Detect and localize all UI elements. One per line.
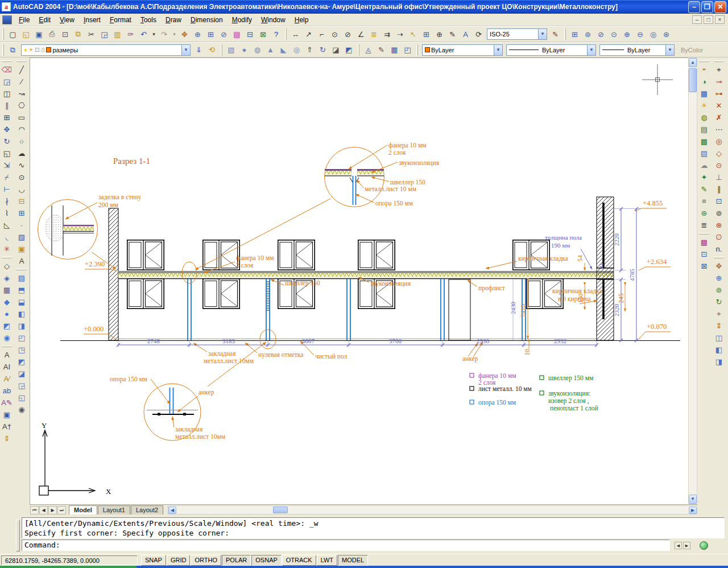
ellipse-icon[interactable]: ⊙ [15,171,28,183]
tolerance-icon[interactable]: ⊞ [420,28,433,40]
dim-baseline-icon[interactable]: ⇉ [380,28,394,40]
solid-interfere-icon[interactable]: ◬ [362,44,375,56]
snap-midpoint-icon[interactable]: ⊶ [713,88,725,100]
polygon-icon[interactable]: ⎔ [15,100,28,112]
center-mark-icon[interactable]: ⊕ [433,28,446,40]
rotate-icon[interactable]: ↻ [1,135,13,147]
osnap-settings-icon[interactable]: n. [713,243,725,255]
multiline-text-icon[interactable]: A [1,349,13,361]
front-view-icon[interactable]: ◰ [15,332,28,344]
menu-item[interactable]: Tools [136,15,161,25]
replay-image-icon[interactable]: ⊡ [698,248,710,260]
quick-dimension-icon[interactable]: ≣ [367,28,380,40]
plot-preview-icon[interactable]: ⊡ [59,28,72,40]
make-object-layer-current-icon[interactable]: ⇓ [192,44,205,56]
offset-icon[interactable]: ∥ [1,100,13,112]
command-prompt-input[interactable]: Command: [22,540,670,551]
fog-icon[interactable]: ☁ [698,159,710,171]
landscape-edit-icon[interactable]: ✎ [698,183,710,195]
shade-hidden-icon[interactable]: ▦ [1,284,13,296]
snap-extension-icon[interactable]: ⋯ [713,124,725,135]
background-icon[interactable]: ▧ [698,147,710,159]
snap-nearest-icon[interactable]: ⊗ [713,219,725,231]
left-view-icon[interactable]: ◧ [15,308,28,320]
status-toggle[interactable]: POLAR [222,555,251,566]
mdi-close-button[interactable]: × [715,15,725,24]
status-toggle[interactable]: GRID [167,555,191,566]
command-scroll-right-icon[interactable]: ▶ [683,542,690,549]
scale-text-icon[interactable]: ⇕ [1,433,13,444]
move-icon[interactable]: ✥ [1,124,13,135]
tab-last-button[interactable]: ⏭ [57,506,66,515]
construction-line-icon[interactable]: ⁄ [15,76,28,88]
restore-button[interactable]: ❐ [701,1,713,13]
snap-insert-icon[interactable]: ⊡ [713,195,725,207]
cut-icon[interactable]: ✂ [85,28,98,40]
snap-tangent-icon[interactable]: ⊙ [713,159,725,171]
dim-linear-icon[interactable]: ↔ [289,28,302,40]
orbit-zoom-icon[interactable]: ⊕ [713,272,725,284]
zoom-in-icon[interactable]: ⊕ [621,28,634,40]
communication-center-icon[interactable] [700,541,708,550]
extend-icon[interactable]: ⊢ [1,183,13,195]
landscape-library-icon[interactable]: ≡ [698,195,710,207]
snap-perpendicular-icon[interactable]: ⊥ [713,171,725,183]
snap-quadrant-icon[interactable]: ◇ [713,147,725,159]
status-toggle[interactable]: OSNAP [251,555,282,566]
text-frame-icon[interactable]: ▣ [1,409,13,421]
vertical-scrollbar[interactable]: ▲ ▼ [688,57,697,504]
dim-radius-icon[interactable]: ⊙ [328,28,341,40]
solid-section-icon[interactable]: ◩ [342,44,355,56]
menu-item[interactable]: Window [257,15,290,25]
shade-flat-icon[interactable]: ◆ [1,296,13,308]
orbit-swivel-icon[interactable]: ⌖ [713,308,725,320]
fillet-icon[interactable]: ◟ [1,231,13,243]
render-window-icon[interactable]: ▩ [698,236,710,248]
explode-icon[interactable]: ✳ [1,243,13,255]
chevron-down-icon[interactable]: ▼ [181,45,190,55]
horizontal-scrollbar[interactable]: ◀ ▶ [168,505,697,515]
ne-isometric-icon[interactable]: ◲ [15,380,28,392]
layout-tab[interactable]: Layout1 [98,505,130,515]
snap-apparent-intersection-icon[interactable]: ✗ [713,112,725,124]
redo-dropdown-icon[interactable]: ▾ [171,28,178,40]
insert-block-icon[interactable]: ⊟ [15,195,28,207]
publish-icon[interactable]: ⧉ [72,28,85,40]
shade-2d-wireframe-icon[interactable]: ◇ [1,260,13,272]
solid-box-icon[interactable]: ▧ [225,44,238,56]
orbit-3d-icon[interactable]: ⊚ [713,284,725,296]
help-icon[interactable]: ? [270,28,283,40]
snap-endpoint-icon[interactable]: ⊸ [713,76,725,88]
copy-object-icon[interactable]: ◲ [1,76,13,88]
pan-icon[interactable]: ✥ [178,28,191,40]
find-text-icon[interactable]: ab [1,385,13,397]
mapping-icon[interactable]: ▩ [698,135,710,147]
materials-library-icon[interactable]: ▤ [698,124,710,135]
clip-planes-icon[interactable]: ◫ [713,332,725,344]
shade-3d-wireframe-icon[interactable]: ◈ [1,272,13,284]
region-icon[interactable]: ▣ [15,243,28,255]
layer-combo[interactable]: ● ☀ ⊡ ⎙ размеры ▼ [21,44,191,56]
chevron-down-icon[interactable]: ▼ [587,45,595,55]
snap-none-icon[interactable]: ∅ [713,231,725,243]
se-isometric-icon[interactable]: ◪ [15,368,28,380]
status-toggle[interactable]: ORTHO [191,555,221,566]
status-toggle[interactable]: LWT [317,555,337,566]
point-icon[interactable]: · [15,219,28,231]
mdi-minimize-button[interactable]: – [692,15,702,24]
drawing-canvas[interactable]: Разрез 1-1 фанера 10 мм 2 слоя звукоизол… [30,57,688,504]
back-view-icon[interactable]: ◳ [15,344,28,356]
palette-icon[interactable]: ▤ [230,28,243,40]
draw-text-icon[interactable]: A [15,255,28,267]
ellipse-arc-icon[interactable]: ◡ [15,183,28,195]
line-icon[interactable]: ╱ [15,64,28,76]
chamfer-icon[interactable]: ◺ [1,219,13,231]
solid-extrude-icon[interactable]: ⇑ [303,44,316,56]
zoom-realtime-icon[interactable]: ⊕ [191,28,204,40]
render-preferences-icon[interactable]: ⊛ [698,207,710,219]
solid-cylinder-icon[interactable]: ◍ [251,44,264,56]
back-clip-icon[interactable]: ◨ [713,356,725,368]
close-button[interactable]: ✕ [714,1,726,13]
zoom-out-icon[interactable]: ⊖ [634,28,647,40]
spline-icon[interactable]: ∿ [15,159,28,171]
